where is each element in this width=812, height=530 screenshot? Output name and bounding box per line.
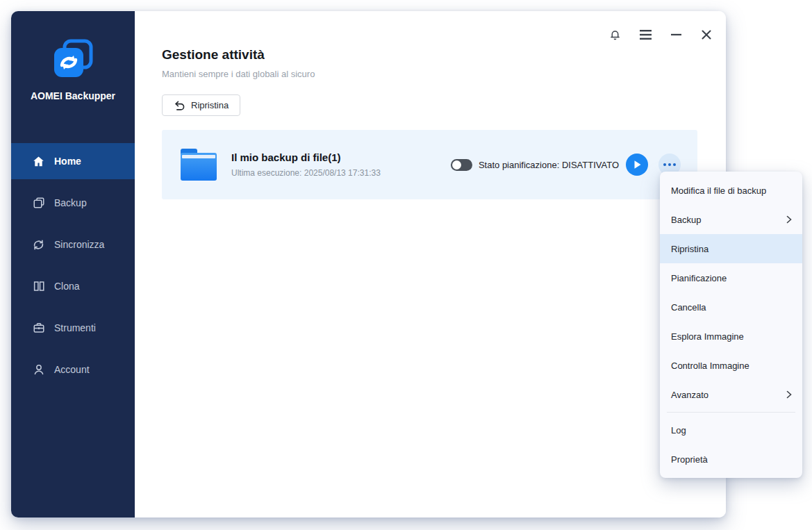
menu-item-avanzato[interactable]: Avanzato — [660, 380, 802, 409]
app-window: AOMEI Backupper Home Backup Sincronizza — [11, 11, 726, 517]
bell-icon[interactable] — [608, 28, 622, 42]
toggle-knob — [452, 160, 461, 169]
close-icon[interactable] — [699, 28, 713, 42]
main-area: Gestione attività Mantieni sempre i dati… — [135, 11, 726, 517]
hamburger-menu-icon[interactable] — [638, 28, 652, 42]
sidebar-item-label: Clona — [54, 281, 80, 292]
sidebar-item-clona[interactable]: Clona — [11, 268, 135, 304]
menu-item-cancella[interactable]: Cancella — [660, 292, 802, 322]
sidebar-item-sincronizza[interactable]: Sincronizza — [11, 226, 135, 263]
menu-item-backup[interactable]: Backup — [660, 205, 802, 234]
app-logo-icon — [52, 39, 94, 79]
logo-block: AOMEI Backupper — [11, 11, 135, 101]
run-backup-button[interactable] — [626, 154, 648, 176]
page-subtitle: Mantieni sempre i dati globali al sicuro — [162, 69, 726, 79]
restore-button[interactable]: Ripristina — [162, 94, 240, 116]
menu-item-esplora-immagine[interactable]: Esplora Immagine — [660, 322, 802, 351]
sidebar-item-label: Home — [54, 156, 81, 167]
folder-icon — [181, 149, 217, 181]
task-last-run: Ultima esecuzione: 2025/08/13 17:31:33 — [231, 168, 381, 178]
sidebar-item-label: Sincronizza — [54, 239, 104, 250]
sidebar-item-label: Strumenti — [54, 322, 96, 333]
page-title: Gestione attività — [162, 47, 726, 63]
restore-button-label: Ripristina — [191, 100, 229, 110]
chevron-right-icon — [786, 215, 792, 224]
sidebar-item-strumenti[interactable]: Strumenti — [11, 310, 135, 346]
backup-copy-icon — [32, 197, 45, 210]
sidebar-item-label: Account — [54, 364, 90, 375]
user-icon — [32, 363, 45, 376]
menu-item-ripristina[interactable]: Ripristina — [660, 234, 802, 263]
app-name: AOMEI Backupper — [31, 90, 115, 101]
sidebar-item-home[interactable]: Home — [11, 143, 135, 179]
titlebar-controls — [608, 28, 713, 42]
home-icon — [32, 155, 45, 168]
menu-separator — [667, 412, 795, 413]
play-icon — [633, 160, 642, 169]
toolbox-icon — [32, 322, 45, 335]
task-title: Il mio backup di file(1) — [231, 151, 381, 163]
backup-task-card: Il mio backup di file(1) Ultima esecuzio… — [162, 130, 697, 199]
menu-item-modifica-file-backup[interactable]: Modifica il file di backup — [660, 176, 802, 205]
sidebar: AOMEI Backupper Home Backup Sincronizza — [11, 11, 135, 517]
restore-undo-icon — [174, 101, 185, 110]
clone-icon — [32, 280, 45, 293]
schedule-status-label: Stato pianificazione: DISATTIVATO — [479, 160, 619, 170]
task-text: Il mio backup di file(1) Ultima esecuzio… — [231, 151, 381, 178]
task-actions: Stato pianificazione: DISATTIVATO — [451, 154, 681, 176]
ellipsis-icon — [663, 163, 666, 166]
sidebar-nav: Home Backup Sincronizza Clona — [11, 143, 135, 388]
sidebar-item-account[interactable]: Account — [11, 351, 135, 388]
menu-item-proprieta[interactable]: Proprietà — [660, 445, 802, 474]
menu-item-pianificazione[interactable]: Pianificazione — [660, 263, 802, 292]
minimize-icon[interactable] — [669, 28, 683, 42]
chevron-right-icon — [786, 390, 792, 399]
sidebar-item-backup[interactable]: Backup — [11, 185, 135, 221]
menu-item-controlla-immagine[interactable]: Controlla Immagine — [660, 351, 802, 380]
sidebar-item-label: Backup — [54, 197, 87, 208]
menu-item-log[interactable]: Log — [660, 415, 802, 445]
schedule-toggle[interactable] — [451, 159, 472, 171]
sync-icon — [32, 238, 45, 251]
task-context-menu: Modifica il file di backup Backup Ripris… — [660, 172, 802, 478]
